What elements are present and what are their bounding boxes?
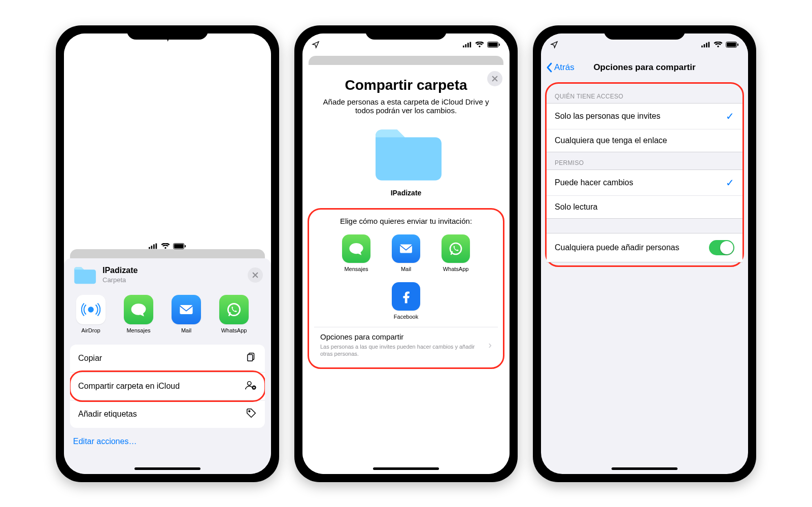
app-label: Mail: [386, 266, 426, 272]
edit-actions-link[interactable]: Editar acciones…: [64, 428, 271, 455]
svg-rect-25: [704, 44, 705, 47]
nav-title: Opciones para compartir: [593, 62, 695, 73]
status-bar: [64, 33, 271, 249]
row-label: Cualquiera puede añadir personas: [555, 243, 680, 252]
back-button[interactable]: Atrás: [546, 62, 574, 73]
battery-icon: [173, 243, 186, 249]
svg-rect-8: [180, 305, 192, 314]
location-icon: [550, 41, 558, 49]
action-list: Copiar Compartir carpeta en iCloud Añadi…: [70, 345, 265, 428]
phone-frame-1: IPadizate Carpeta AirDrop: [56, 25, 279, 482]
copy-icon: [246, 352, 257, 365]
action-copy[interactable]: Copiar: [70, 345, 265, 373]
action-label: Añadir etiquetas: [78, 410, 137, 419]
share-apps: AirDrop Mensajes Mail: [64, 290, 271, 343]
wifi-icon: [475, 42, 484, 48]
svg-rect-21: [499, 43, 500, 46]
settings-highlighted-box: QUIÉN TIENE ACCESO Solo las personas que…: [545, 82, 744, 267]
back-label: Atrás: [554, 62, 574, 73]
row-label: Cualquiera que tenga el enlace: [555, 136, 667, 145]
access-invited-row[interactable]: Solo las personas que invites ✓: [547, 104, 742, 129]
svg-rect-17: [467, 43, 469, 47]
signal-icon: [701, 42, 710, 48]
app-label: AirDrop: [73, 327, 109, 333]
home-indicator: [134, 467, 200, 470]
share-subtitle: Carpeta: [103, 276, 242, 284]
share-app-mensajes[interactable]: Mensajes: [121, 295, 156, 333]
signal-icon: [463, 42, 472, 48]
nav-bar: Atrás Opciones para compartir: [541, 56, 748, 79]
invite-app-facebook[interactable]: Facebook: [386, 282, 426, 320]
tag-icon: [246, 408, 257, 421]
svg-rect-2: [153, 244, 155, 249]
action-label: Compartir carpeta en iCloud: [78, 382, 180, 391]
modal-title: Compartir carpeta: [302, 65, 510, 97]
svg-rect-30: [737, 43, 738, 46]
location-icon: [312, 41, 320, 49]
options-title: Opciones para compartir: [320, 332, 484, 341]
anyone-can-add-row[interactable]: Cualquiera puede añadir personas: [547, 233, 742, 262]
invite-headline: Elige cómo quieres enviar tu invitación:: [309, 217, 503, 225]
svg-rect-3: [156, 243, 157, 249]
svg-point-7: [88, 307, 93, 312]
share-title: IPadizate: [103, 266, 242, 275]
svg-rect-15: [463, 45, 464, 47]
home-indicator: [612, 467, 678, 470]
app-label: WhatsApp: [216, 327, 252, 333]
svg-rect-27: [708, 42, 710, 47]
battery-icon: [487, 42, 500, 48]
invite-app-mail[interactable]: Mail: [386, 234, 426, 272]
share-app-airdrop[interactable]: AirDrop: [73, 295, 109, 333]
folder-name: IPadizate: [302, 189, 510, 197]
wifi-icon: [714, 42, 723, 48]
invite-app-whatsapp[interactable]: WhatsApp: [436, 234, 476, 272]
signal-icon: [149, 243, 158, 249]
folder-icon: [72, 265, 96, 285]
permission-list: Puede hacer cambios ✓ Solo lectura: [547, 170, 742, 219]
svg-rect-0: [149, 247, 150, 249]
svg-point-12: [248, 381, 251, 385]
checkmark-icon: ✓: [726, 110, 734, 122]
access-anyone-row[interactable]: Cualquiera que tenga el enlace: [547, 129, 742, 152]
svg-point-14: [249, 410, 250, 412]
share-header: IPadizate Carpeta: [64, 258, 271, 290]
options-desc: Las personas a las que invites pueden ha…: [320, 343, 484, 358]
app-label: Mail: [168, 327, 204, 333]
action-label: Copiar: [78, 354, 102, 363]
checkmark-icon: ✓: [726, 177, 734, 189]
svg-rect-26: [706, 43, 707, 47]
folder-preview: IPadizate: [302, 121, 510, 200]
row-label: Solo las personas que invites: [555, 112, 660, 121]
action-add-tags[interactable]: Añadir etiquetas: [70, 400, 265, 428]
share-app-whatsapp[interactable]: WhatsApp: [216, 295, 252, 333]
permission-edit-row[interactable]: Puede hacer cambios ✓: [547, 170, 742, 196]
share-options-row[interactable]: Opciones para compartir Las personas a l…: [314, 327, 498, 363]
action-share-icloud[interactable]: Compartir carpeta en iCloud: [70, 373, 265, 400]
app-label: Mensajes: [336, 266, 376, 272]
share-sheet: IPadizate Carpeta AirDrop: [64, 258, 271, 474]
invite-apps: Mensajes Mail WhatsApp Facebook: [309, 230, 503, 327]
app-label: Facebook: [386, 314, 426, 320]
permission-readonly-row[interactable]: Solo lectura: [547, 196, 742, 218]
toggle-switch[interactable]: [709, 240, 734, 255]
access-list: Solo las personas que invites ✓ Cualquie…: [547, 103, 742, 152]
phone-frame-2: Compartir carpeta Añade personas a esta …: [294, 25, 518, 482]
svg-rect-22: [400, 244, 412, 253]
modal-subtitle: Añade personas a esta carpeta de iCloud …: [302, 97, 510, 121]
section-header-permission: PERMISO: [547, 152, 742, 170]
svg-rect-1: [151, 246, 153, 249]
svg-rect-11: [248, 354, 253, 361]
close-button[interactable]: [487, 71, 502, 86]
svg-rect-6: [185, 245, 186, 247]
close-button[interactable]: [248, 267, 263, 283]
app-label: WhatsApp: [436, 266, 476, 272]
svg-rect-16: [465, 44, 467, 47]
svg-rect-18: [470, 42, 471, 47]
phone-frame-3: Atrás Opciones para compartir QUIÉN TIEN…: [533, 25, 756, 482]
row-label: Puede hacer cambios: [555, 178, 633, 187]
home-indicator: [373, 467, 439, 470]
svg-rect-5: [174, 244, 183, 248]
share-app-mail[interactable]: Mail: [168, 295, 204, 333]
invite-app-mensajes[interactable]: Mensajes: [336, 234, 376, 272]
row-label: Solo lectura: [555, 202, 598, 212]
